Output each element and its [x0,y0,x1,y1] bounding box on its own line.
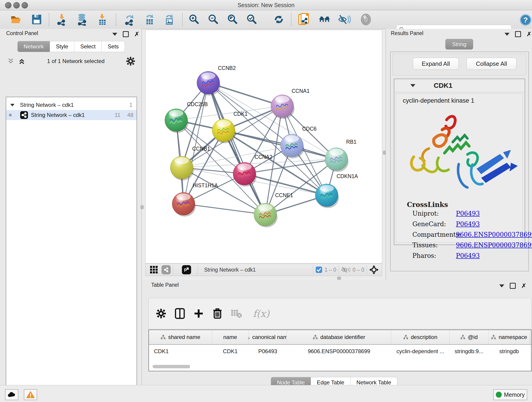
float-panel-icon[interactable] [123,31,129,37]
network-edge[interactable] [208,83,265,215]
column-header-database-identifier[interactable]: database identifier [287,330,391,344]
table-options-gear-icon[interactable] [155,307,167,320]
grid-view-icon[interactable] [150,265,158,274]
memory-button[interactable]: Memory [493,389,527,400]
refresh-icon[interactable] [272,13,285,26]
column-tree-icon [403,335,409,340]
export-image-icon[interactable] [163,13,176,26]
close-panel-icon[interactable]: ✗ [521,283,526,288]
network-node-CDK1[interactable] [212,119,236,143]
string-glass-effect-icon[interactable] [338,13,351,26]
expand-all-button[interactable]: Expand All [413,58,459,70]
close-window-button[interactable] [5,2,12,8]
crosslink-link[interactable]: P06493 [456,210,480,217]
collapse-all-button[interactable]: Collapse All [467,58,516,70]
delete-column-icon[interactable] [211,307,224,320]
tab-string[interactable]: String [445,39,473,50]
table-row[interactable]: CDK1CDK1P064939606.ENSP00000378699cyclin… [149,345,531,358]
network-collection-row[interactable]: String Network – cdk1 1 [6,100,137,110]
share-view-icon[interactable] [162,265,171,274]
network-options-gear-icon[interactable] [126,57,135,66]
crosslink-link[interactable]: P06493 [456,252,480,259]
network-canvas[interactable]: CCNB2CCNA1CDC25BCDK1CDC6RB1CCNB1CCNA2CDK… [145,30,382,264]
network-row-selected[interactable]: String Network – cdk1 11 48 [6,110,137,120]
crosslink-link[interactable]: P06493 [456,220,480,228]
node-table[interactable]: shared namenamecanonical namedatabase id… [148,330,532,371]
cell-shared-name[interactable]: CDK1 [149,348,212,355]
import-network-database-icon[interactable] [76,13,89,26]
network-edge[interactable] [224,130,336,159]
cell-database-identifier[interactable]: 9606.ENSP00000378699 [287,348,391,355]
zoom-selected-icon[interactable] [246,13,259,26]
hidden-eye-icon[interactable] [341,266,350,273]
zoom-out-icon[interactable] [207,13,220,26]
import-network-file-icon[interactable] [56,13,68,26]
float-panel-icon[interactable] [510,283,516,289]
table-panel: Table Panel ✗ f(x) shared namenamecanoni… [142,280,532,385]
collapse-panel-icon[interactable] [505,33,510,36]
string-ball-icon[interactable] [360,13,372,26]
float-panel-icon[interactable] [515,31,521,37]
zoom-fit-icon[interactable] [226,13,239,26]
crosslink-link[interactable]: 9606.ENSP00000378699 [456,231,532,238]
table-horizontal-scrollbar[interactable] [152,365,190,368]
save-session-icon[interactable] [30,13,43,26]
toolbar-separator [116,13,116,26]
network-node-HIST1H1A[interactable] [172,192,196,217]
network-node-CDKN1A[interactable] [315,184,339,208]
column-header-shared-name[interactable]: shared name [149,330,212,344]
network-node-CCNE1[interactable] [254,203,278,227]
cell-canonical-name[interactable]: P06493 [249,348,287,355]
show-columns-icon[interactable] [173,307,186,320]
crosslink-link[interactable]: 9606.ENSP00000378699 [456,242,532,249]
open-session-icon[interactable] [10,13,22,26]
column-header-description[interactable]: description [391,330,450,344]
add-column-icon[interactable] [192,307,205,320]
network-node-CCNA2[interactable] [233,162,257,186]
tree-expand-icon[interactable] [10,104,15,106]
warnings-button[interactable] [24,389,37,400]
network-edge[interactable] [182,159,336,167]
network-node-RB1[interactable] [325,148,348,172]
export-network-icon[interactable] [123,13,136,26]
string-import-icon[interactable] [298,13,311,26]
export-table-icon[interactable] [143,13,156,26]
open-in-window-icon[interactable] [182,265,191,274]
network-node-CCNA1[interactable] [271,95,294,119]
collapse-all-icon[interactable] [7,58,15,65]
help-icon[interactable]: ? [519,13,532,26]
network-edge[interactable] [184,204,265,215]
zoom-in-icon[interactable] [188,13,201,26]
tab-style[interactable]: Style [50,41,74,52]
collapse-panel-icon[interactable] [499,284,504,287]
expand-all-icon[interactable] [18,58,26,65]
close-panel-icon[interactable]: ✗ [134,32,139,36]
selected-checkbox-icon[interactable] [316,266,322,273]
zoom-window-button[interactable] [22,2,28,8]
column-header-name[interactable]: name [212,330,249,344]
gene-collapse-icon[interactable] [410,84,415,87]
bottom-splitter-handle[interactable] [337,277,341,280]
left-splitter-handle[interactable] [140,205,144,209]
tab-network[interactable]: Network [17,41,50,52]
close-panel-icon[interactable]: ✗ [526,32,532,36]
network-edge[interactable] [244,159,336,174]
tab-sets[interactable]: Sets [102,41,125,52]
column-header-canonical-name[interactable]: canonical name [249,330,287,344]
cell-@id[interactable]: stringdb:9... [450,348,488,355]
network-node-CDC25B[interactable] [165,109,188,133]
collapse-panel-icon[interactable] [112,33,117,36]
birds-eye-icon[interactable] [369,265,379,274]
cell-namespace[interactable]: stringdb [488,348,530,355]
minimize-window-button[interactable] [13,2,20,8]
column-header-@id[interactable]: @id [450,330,488,344]
tab-select[interactable]: Select [74,41,102,52]
string-home-icon[interactable] [318,13,331,26]
gene-section-header[interactable]: CDK1 [394,79,525,92]
cloud-button[interactable] [5,389,18,400]
import-table-file-icon[interactable] [96,13,109,26]
string-network-graph[interactable]: CCNB2CCNA1CDC25BCDK1CDC6RB1CCNB1CCNA2CDK… [146,30,382,263]
column-header-namespace[interactable]: namespace [488,330,530,344]
cell-description[interactable]: cyclin-dependent ... [391,348,450,355]
cell-name[interactable]: CDK1 [212,348,249,355]
